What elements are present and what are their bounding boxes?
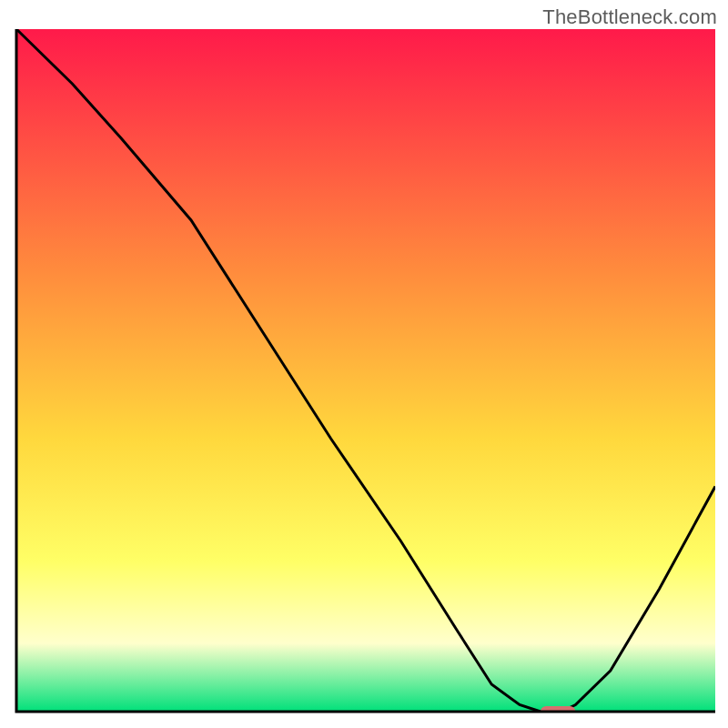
watermark-text: TheBottleneck.com <box>542 5 717 29</box>
chart-container: { "watermark": "TheBottleneck.com", "col… <box>0 0 728 728</box>
bottleneck-plot <box>0 0 728 728</box>
gradient-background <box>16 29 715 712</box>
